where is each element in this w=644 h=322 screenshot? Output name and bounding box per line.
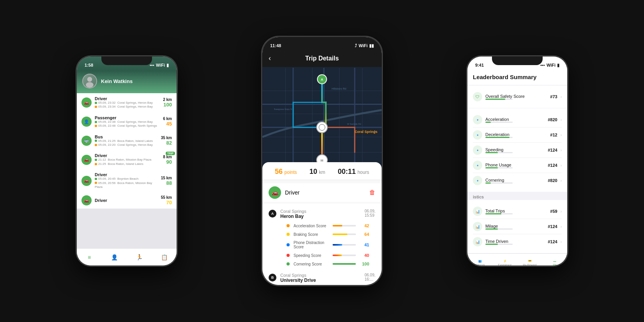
- lb-stat-row[interactable]: 📊 Milage #124 ›: [473, 219, 562, 234]
- trip-item[interactable]: 🚌 Bus 05.09, 21:25 Boca Raton, Island La…: [77, 131, 177, 150]
- points-label: points: [285, 170, 297, 175]
- nav-item-reward[interactable]: 💳 My Reward: [517, 256, 542, 265]
- trip-route-1: 05.09, 22:38 Coral Springs, Heron Bay: [95, 120, 160, 124]
- trip-km: 15 km: [161, 176, 172, 180]
- nav-item-experience[interactable]: ⚡ Experience: [492, 256, 517, 265]
- profile-header: Kein Watkins: [77, 71, 177, 93]
- status-icons-left: ▪▪▪ WiFi ▮: [150, 63, 169, 68]
- trip-mode-label: Bus: [95, 134, 158, 139]
- back-button[interactable]: ‹: [269, 54, 271, 62]
- lb-cat-icon: 🔹: [473, 176, 482, 185]
- points-value: 56: [275, 168, 283, 175]
- lb-cat-label: Phone Usage: [485, 163, 540, 167]
- trip-route-2: 05.09, 20:56 Boca Raton, Mission Bay Pla…: [95, 181, 158, 189]
- lb-stat-bar: [485, 244, 513, 245]
- map-view: A ✉ Hillsboro Rd Sawgrass Expy N W Sampl…: [262, 67, 382, 168]
- score-row: Braking Score 64: [269, 230, 375, 239]
- waypoint-a-bold: Heron Bay: [280, 214, 361, 219]
- trip-km: 55 km: [161, 195, 172, 200]
- delete-button[interactable]: 🗑: [369, 189, 375, 196]
- mode-row: 🚗 Driver 🗑: [262, 183, 382, 202]
- trip-mode-icon: 🚗: [81, 195, 92, 205]
- lb-chevron: ›: [561, 118, 562, 122]
- score-row: Acceleration Score 42: [269, 221, 375, 230]
- statistics-label: istics: [467, 192, 567, 200]
- right-phone: 9:41 ▪▪▪ WiFi ▮ Leaderboard Summary 🛡 Ov…: [467, 56, 568, 266]
- lb-cat-rank: #124: [543, 148, 557, 152]
- overall-bar: [485, 99, 513, 100]
- status-time-center: 11:48: [270, 43, 281, 48]
- trip-details: Driver: [95, 198, 158, 203]
- trip-mode-icon: 🚗: [81, 155, 92, 165]
- trip-mode-label: Driver: [95, 198, 158, 203]
- bottom-nav-left[interactable]: ≡ 👤 🏃 📋: [77, 248, 177, 265]
- nav-item-me[interactable]: ••• Me: [542, 256, 567, 265]
- duration-value: 00:11: [338, 168, 356, 175]
- trip-details: Driver 05.09, 23:32 Coral Springs, Heron…: [95, 96, 160, 109]
- lb-cat-bar: [485, 182, 513, 184]
- duration-label: hours: [357, 170, 369, 175]
- overall-row[interactable]: 🛡 Overall Safety Score #73 ›: [473, 89, 562, 104]
- trip-detail-header: ‹ Trip Details: [262, 51, 382, 67]
- lb-category-row[interactable]: 🔹 Speeding #124 ›: [473, 143, 562, 158]
- nav-item-profile[interactable]: 👤: [102, 251, 127, 263]
- trip-item[interactable]: 🚗 Driver 55 km 70: [77, 192, 177, 209]
- score-dot: [287, 243, 290, 246]
- score-label: Speeding Score: [294, 253, 329, 258]
- score-dot: [287, 224, 290, 227]
- more-icon: •••: [553, 260, 556, 263]
- lb-stat-row[interactable]: 📊 Time Driven #124 ›: [473, 234, 562, 249]
- lb-cat-rank: #820: [543, 117, 557, 122]
- trip-mode-label: Driver: [95, 96, 160, 101]
- summary-km: 10 km: [310, 168, 325, 176]
- trip-km: 2 km: [163, 97, 172, 102]
- reports-icon: 📋: [161, 254, 168, 260]
- waypoint-b-badge: B: [269, 274, 276, 281]
- menu-icon: ≡: [88, 254, 91, 260]
- score-row: Speeding Score 40: [269, 251, 375, 260]
- lb-category-row[interactable]: 🔹 Cornering #820 ›: [473, 173, 562, 188]
- nav-item-menu[interactable]: ≡: [77, 251, 102, 263]
- lb-cat-bar: [485, 122, 513, 123]
- score-row: Cornering Score 100: [269, 260, 375, 268]
- lb-category-row[interactable]: 🔹 Acceleration #820 ›: [473, 112, 562, 127]
- profile-icon: 👤: [111, 254, 118, 260]
- lb-cat-bar-fill: [485, 137, 510, 138]
- trip-item[interactable]: 🚗 Driver 05.09, 23:32 Coral Springs, Her…: [77, 93, 177, 112]
- svg-text:Sawgrass Expy N: Sawgrass Expy N: [274, 108, 292, 110]
- lb-stat-icon: 📊: [473, 222, 482, 231]
- lb-category-row[interactable]: 🔹 Deceleration #12 ›: [473, 127, 562, 143]
- trip-stats: 15 km 88: [161, 176, 172, 186]
- trip-score: 100: [163, 102, 172, 108]
- trip-item[interactable]: 👤 Passenger 05.09, 22:38 Coral Springs, …: [77, 112, 177, 131]
- lb-chevron: ›: [561, 148, 562, 152]
- lb-stat-icon: 📊: [473, 207, 482, 216]
- activity-icon: 🏃: [136, 254, 143, 260]
- lb-cat-icon: 🔹: [473, 161, 482, 170]
- svg-point-19: [319, 124, 325, 131]
- score-dot: [287, 233, 290, 236]
- nav-item-reports[interactable]: 📋: [152, 251, 177, 263]
- lb-cat-rank: #12: [543, 133, 557, 137]
- lb-category-row[interactable]: 🔹 Phone Usage #124 ›: [473, 158, 562, 173]
- score-value: 41: [360, 242, 369, 247]
- lb-stat-rank: #59: [543, 209, 557, 214]
- lb-stat-row[interactable]: 📊 Total Trips #59 ›: [473, 204, 562, 219]
- trip-mode-label: Passenger: [95, 115, 160, 120]
- trip-stats: 6 km 45: [163, 117, 172, 127]
- wifi-icon-center: WiFi: [359, 43, 368, 48]
- statistics-section: 📊 Total Trips #59 › 📊 Milage #124 › 📊 Ti…: [467, 200, 567, 253]
- lb-stat-label: Milage: [485, 224, 540, 228]
- nav-item-network[interactable]: 👥 Network: [467, 256, 492, 265]
- trip-route-1: 05.09, 20:45 Boynton Beach: [95, 177, 158, 181]
- trip-item[interactable]: 🚗 Driver 05.09, 20:45 Boynton Beach 05.0…: [77, 169, 177, 192]
- waypoint-a-info: Coral Springs Heron Bay: [280, 209, 361, 219]
- svg-text:W Sample Rd: W Sample Rd: [347, 123, 361, 125]
- mode-icon: 🚗: [269, 186, 281, 199]
- trip-route-1: 05.09, 21:25 Boca Raton, Island Lakes: [95, 139, 158, 143]
- trip-details: Bus 05.09, 21:25 Boca Raton, Island Lake…: [95, 134, 158, 147]
- trip-item[interactable]: TRIP 🚗 Driver 21:12 Boca Raton, Mission …: [77, 150, 177, 169]
- nav-item-activity[interactable]: 🏃: [127, 251, 152, 263]
- battery-icon-left: ▮: [166, 63, 169, 68]
- lb-stat-bar-fill: [485, 244, 498, 245]
